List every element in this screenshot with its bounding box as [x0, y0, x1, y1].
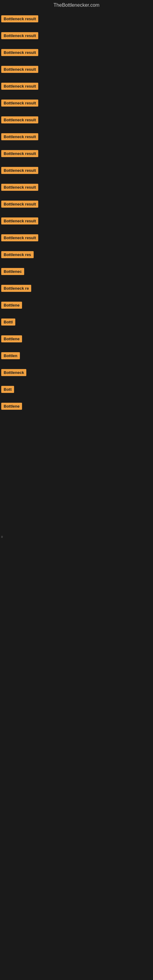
bottleneck-badge: Bottleneck result — [1, 218, 38, 224]
list-item: Bottleneck result — [0, 163, 153, 179]
bottleneck-badge: Bottleneck result — [1, 200, 38, 208]
list-item: Bottleneck result — [0, 45, 153, 61]
list-item: Bottleneck result — [0, 96, 153, 111]
bottleneck-badge: Bottleneck result — [1, 234, 38, 241]
bottleneck-badge: Bottleneck — [1, 369, 26, 376]
list-item: Bottleneck result — [0, 197, 153, 213]
bottleneck-badge: Bottleneck result — [1, 184, 38, 191]
bottleneck-items-container: Bottleneck resultBottleneck resultBottle… — [0, 12, 153, 422]
bottleneck-badge: Bottleneck result — [1, 32, 38, 39]
bottleneck-badge: Bottlen — [1, 352, 20, 359]
list-item: Bottleneck res — [0, 247, 153, 263]
list-item: Bottleneck result — [0, 130, 153, 145]
bottleneck-badge: Bottlenec — [1, 268, 24, 275]
bottleneck-badge: Bottleneck res — [1, 251, 33, 258]
list-item: Bott — [0, 382, 153, 398]
site-title: TheBottlenecker.com — [54, 2, 99, 8]
list-item: Bottleneck result — [0, 146, 153, 162]
bottleneck-badge: Bottleneck result — [1, 167, 38, 174]
bottleneck-badge: Bottleneck re — [1, 285, 31, 292]
list-item: Bottlen — [0, 348, 153, 364]
list-item: Bottleneck — [0, 365, 153, 381]
bottleneck-badge: Bottleneck result — [1, 66, 38, 73]
bottleneck-badge: Bottleneck result — [1, 150, 38, 157]
bottleneck-badge: Bottleneck result — [1, 15, 38, 22]
list-item: Bottlenec — [0, 264, 153, 280]
list-item: Bottleneck re — [0, 281, 153, 297]
bottleneck-badge: Bottlene — [1, 403, 22, 410]
bottleneck-badge: Bottleneck result — [1, 49, 38, 56]
list-item: Bottleneck result — [0, 231, 153, 246]
bottleneck-badge: Bottl — [1, 318, 15, 326]
list-item: Bottlene — [0, 399, 153, 415]
list-item: Bottlene — [0, 298, 153, 313]
bottleneck-badge: Bottlene — [1, 302, 22, 309]
bottom-section: 0 — [0, 434, 153, 636]
list-item: Bottleneck result — [0, 180, 153, 196]
list-item: Bottleneck result — [0, 29, 153, 44]
bottleneck-badge: Bottleneck result — [1, 116, 38, 123]
bottleneck-badge: Bottlene — [1, 335, 22, 342]
list-item: Bottleneck result — [0, 113, 153, 128]
list-item: Bottleneck result — [0, 62, 153, 78]
site-header: TheBottlenecker.com — [0, 0, 153, 12]
small-label: 0 — [0, 535, 153, 538]
list-item: Bottleneck result — [0, 12, 153, 27]
bottleneck-badge: Bottleneck result — [1, 133, 38, 140]
list-item: Bottleneck result — [0, 79, 153, 95]
list-item: Bottleneck result — [0, 214, 153, 229]
bottleneck-badge: Bottleneck result — [1, 83, 38, 90]
list-item: Bottl — [0, 315, 153, 331]
list-item: Bottlene — [0, 332, 153, 347]
bottleneck-badge: Bottleneck result — [1, 100, 38, 107]
bottleneck-badge: Bott — [1, 386, 14, 393]
